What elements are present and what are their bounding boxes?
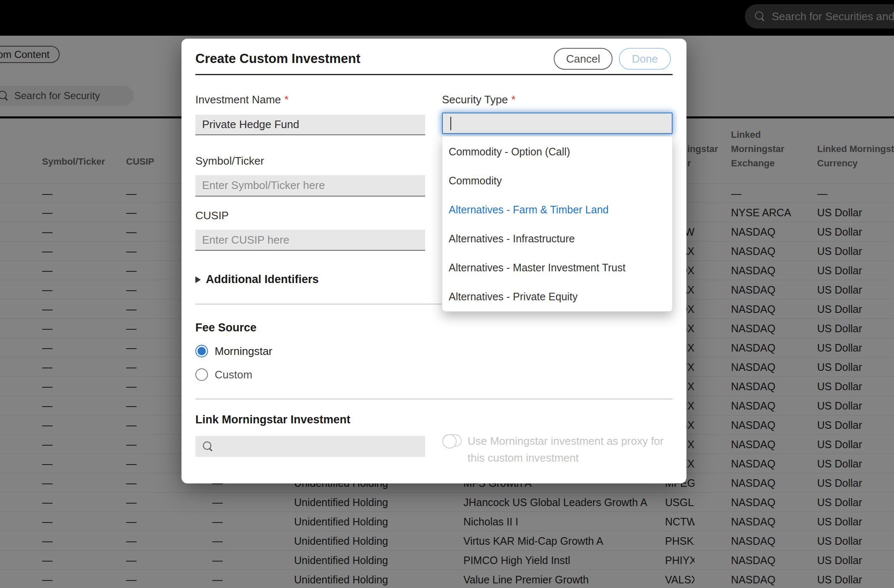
- cusip-label: CUSIP: [195, 209, 229, 222]
- dropdown-item[interactable]: Alternatives - Private Equity: [442, 282, 672, 311]
- search-icon: [203, 441, 213, 452]
- dropdown-item[interactable]: Alternatives - Farm & Timber Land: [442, 195, 672, 224]
- additional-identifiers-label: Additional Identifiers: [206, 273, 319, 286]
- section-divider: [195, 399, 673, 399]
- proxy-toggle-label: Use Morningstar investment as proxy for …: [468, 433, 678, 466]
- additional-identifiers-expander[interactable]: Additional Identifiers: [195, 273, 319, 286]
- radio-selected-icon[interactable]: [195, 345, 208, 357]
- radio-unselected-icon[interactable]: [195, 368, 208, 381]
- investment-name-field[interactable]: Private Hedge Fund: [195, 115, 425, 135]
- link-investment-search-input[interactable]: [195, 436, 425, 457]
- symbol-ticker-field[interactable]: Enter Symbol/Ticker here: [195, 175, 425, 197]
- fee-source-option[interactable]: Morningstar: [195, 345, 272, 357]
- proxy-toggle[interactable]: [442, 434, 462, 447]
- security-type-label: Security Type*: [442, 93, 515, 106]
- security-type-dropdown: Commodity - Option (Call)CommodityAltern…: [442, 136, 673, 312]
- text-cursor: [450, 117, 451, 130]
- cusip-field[interactable]: Enter CUSIP here: [195, 230, 425, 251]
- radio-label: Morningstar: [215, 345, 272, 358]
- dropdown-item[interactable]: Commodity: [442, 166, 672, 195]
- fee-source-option[interactable]: Custom: [195, 368, 252, 381]
- header-divider: [195, 74, 673, 75]
- cancel-button[interactable]: Cancel: [554, 48, 613, 70]
- expand-triangle-icon: [195, 276, 201, 283]
- link-morningstar-heading: Link Morningstar Investment: [195, 413, 350, 426]
- dropdown-item[interactable]: Alternatives - Infrastructure: [442, 224, 672, 253]
- dropdown-item[interactable]: Alternatives - Master Investment Trust: [442, 253, 672, 282]
- security-type-field[interactable]: [442, 113, 673, 134]
- required-asterisk: *: [511, 93, 515, 106]
- symbol-ticker-label: Symbol/Ticker: [195, 155, 264, 168]
- investment-name-label: Investment Name*: [195, 93, 289, 106]
- done-button[interactable]: Done: [619, 48, 671, 70]
- create-custom-investment-dialog: Create Custom Investment Cancel Done Inv…: [181, 39, 686, 483]
- fee-source-heading: Fee Source: [195, 321, 257, 334]
- dropdown-item[interactable]: Commodity - Option (Call): [442, 137, 672, 166]
- dialog-title: Create Custom Investment: [195, 51, 360, 66]
- required-asterisk: *: [284, 93, 289, 106]
- radio-label: Custom: [215, 368, 252, 381]
